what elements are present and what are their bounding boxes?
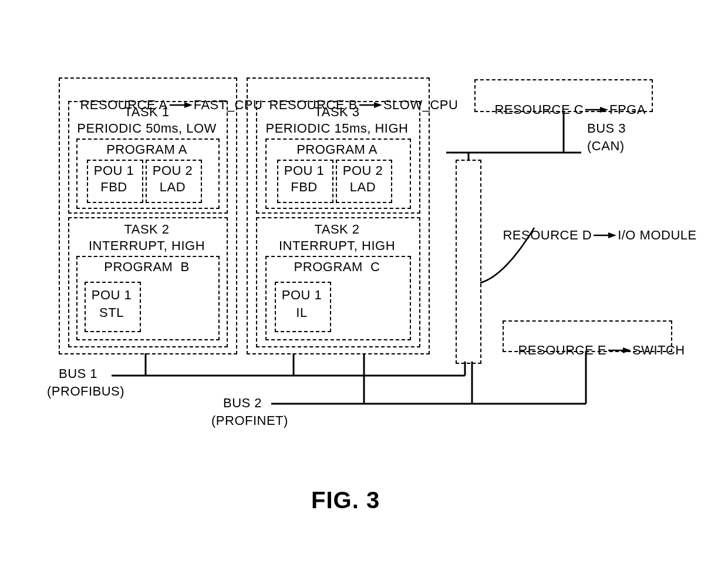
- bus1-l2: (PROFIBUS): [47, 384, 141, 399]
- bus1-l1: BUS 1: [59, 366, 129, 381]
- figure-caption: FIG. 3: [311, 487, 380, 513]
- bus2-l1: BUS 2: [223, 396, 294, 411]
- bus1-line: [0, 0, 728, 571]
- bus2-l2: (PROFINET): [211, 413, 305, 428]
